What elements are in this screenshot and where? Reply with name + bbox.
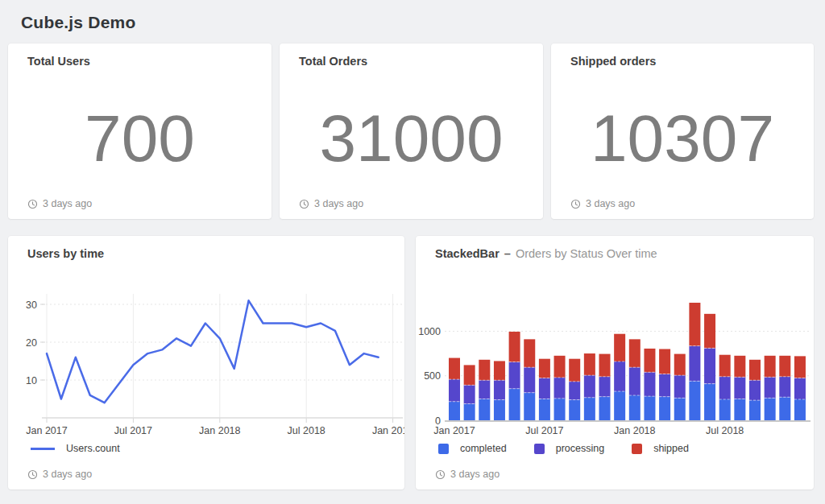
bar-segment-shipped [734,356,745,378]
kpi-title: Total Orders [299,55,367,68]
bar-segment-completed [449,402,460,420]
clock-icon [435,469,446,480]
svg-text:Jul 2018: Jul 2018 [706,425,744,436]
chart-title: StackedBar – Orders by Status Over time [435,247,657,260]
bar-segment-shipped [599,354,611,377]
bar-segment-shipped [539,359,550,378]
users-by-time-card: Users by time 102030Jan 2017Jul 2017Jan … [8,236,404,490]
stacked-bars [449,303,806,420]
svg-text:Jul 2017: Jul 2017 [114,425,152,436]
bar-segment-processing [569,382,580,400]
bar-segment-completed [599,397,611,420]
bar-segment-shipped [629,339,641,367]
bar-segment-completed [614,391,625,420]
clock-icon [570,199,581,209]
last-updated-text: 3 days ago [43,198,92,209]
chart-title-muted: Orders by Status Over time [516,247,657,260]
last-updated: 3 days ago [299,198,363,209]
bar-segment-shipped [614,334,625,361]
bar-segment-processing [524,367,535,393]
legend-label: processing [556,443,604,454]
bar-segment-shipped [674,354,686,376]
bar-segment-processing [599,377,611,397]
stacked-bar-card: StackedBar – Orders by Status Over time … [416,236,814,490]
legend-swatch-completed [438,444,449,454]
bar-segment-processing [749,380,761,400]
bar-segment-completed [539,399,550,420]
clock-icon [299,199,309,209]
bar-segment-processing [734,377,745,399]
bar-segment-completed [659,397,670,420]
bar-segment-shipped [479,360,490,380]
bar-segment-completed [674,398,686,420]
bar-segment-shipped [704,314,715,349]
legend-label: Users.count [66,443,120,454]
users-count-line-series [47,300,379,403]
bar-segment-processing [659,374,670,396]
bar-segment-processing [794,378,806,399]
bar-segment-shipped [794,356,806,378]
bar-segment-shipped [524,339,535,367]
svg-text:Jan 2017: Jan 2017 [433,425,475,436]
svg-text:Jan 2017: Jan 2017 [26,425,67,436]
bar-chart-y-axis-labels: 05001000 [418,326,441,427]
bar-chart-x-axis-labels: Jan 2017Jul 2017Jan 2018Jul 2018 [433,425,744,436]
bar-segment-completed [734,399,745,420]
bar-segment-processing [614,361,625,391]
line-chart-y-axis-labels: 102030 [26,300,37,386]
svg-text:30: 30 [26,300,37,311]
bar-segment-processing [629,367,641,395]
bar-segment-shipped [765,356,776,378]
stacked-bar-chart-canvas[interactable]: 05001000Jan 2017Jul 2017Jan 2018Jul 2018 [416,283,814,444]
legend-line-swatch [31,448,55,450]
bar-segment-completed [629,395,641,420]
bar-segment-processing [539,378,550,399]
legend-item-shipped[interactable]: shipped [632,443,689,454]
bar-segment-completed [524,393,535,420]
bar-segment-shipped [584,353,595,375]
kpi-value: 700 [8,105,272,171]
bar-segment-completed [554,399,566,420]
legend-item-users-count[interactable]: Users.count [31,443,120,454]
chart-title: Users by time [27,247,104,260]
svg-text:Jul 2017: Jul 2017 [525,425,563,436]
bar-segment-processing [779,377,790,397]
bar-segment-completed [569,400,580,420]
bar-segment-processing [479,380,490,399]
last-updated: 3 days ago [27,469,92,480]
bar-segment-shipped [569,359,580,382]
last-updated-text: 3 days ago [314,198,363,209]
line-chart-legend: Users.count [31,443,120,454]
bar-segment-processing [644,372,655,396]
bar-segment-processing [704,348,715,383]
dashboard-page: Cube.js Demo Total Users 700 3 days ago … [0,0,825,504]
bar-segment-shipped [464,365,475,385]
bar-segment-completed [794,399,806,420]
bar-segment-shipped [449,358,460,380]
bar-segment-completed [689,381,700,420]
bar-segment-processing [674,375,686,398]
bar-segment-shipped [659,349,670,374]
bar-segment-processing [584,375,595,398]
bar-segment-completed [779,397,790,420]
bar-chart-legend: completed processing shipped [438,443,689,454]
bar-segment-completed [644,396,655,420]
line-chart-canvas[interactable]: 102030Jan 2017Jul 2017Jan 2018Jul 2018Ja… [8,283,404,444]
bar-segment-processing [464,385,475,403]
bar-segment-shipped [644,349,655,372]
last-updated: 3 days ago [27,198,92,209]
bar-segment-shipped [779,356,790,377]
bar-segment-shipped [689,303,700,346]
line-chart-x-axis-labels: Jan 2017Jul 2017Jan 2018Jul 2018Jan 2019 [26,425,404,436]
bar-segment-processing [494,380,505,399]
legend-item-completed[interactable]: completed [438,443,507,454]
bar-segment-completed [749,400,761,420]
bar-segment-completed [704,384,715,420]
bar-segment-shipped [494,361,505,380]
bar-segment-processing [689,346,700,382]
last-updated-text: 3 days ago [586,198,635,209]
bar-segment-processing [509,362,520,389]
legend-label: completed [460,443,507,454]
legend-item-processing[interactable]: processing [534,443,604,454]
kpi-card-total-users: Total Users 700 3 days ago [8,43,272,219]
